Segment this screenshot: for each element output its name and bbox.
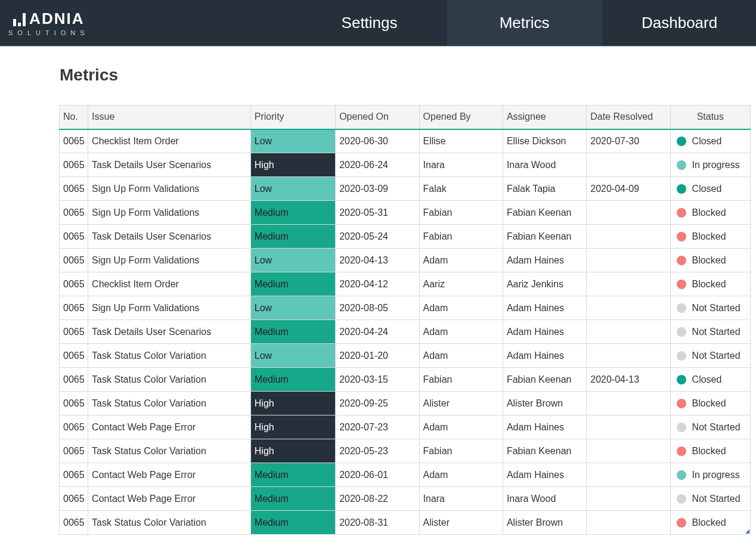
cell-no[interactable]: 0065 [60, 249, 88, 272]
cell-no[interactable]: 0065 [60, 153, 88, 177]
cell-date-resolved[interactable] [587, 511, 670, 535]
cell-status[interactable]: Closed [670, 177, 750, 201]
cell-status[interactable]: Blocked [670, 511, 750, 535]
col-header[interactable]: Issue [88, 106, 251, 129]
cell-assignee[interactable]: Inara Wood [503, 487, 586, 511]
cell-assignee[interactable]: Fabian Keenan [503, 201, 586, 225]
cell-priority[interactable]: Low [250, 177, 335, 201]
nav-tab-dashboard[interactable]: Dashboard [602, 0, 756, 46]
cell-date-resolved[interactable] [587, 320, 670, 344]
table-row[interactable]: 0065Contact Web Page ErrorMedium2020-06-… [60, 463, 751, 487]
cell-priority[interactable]: Low [250, 344, 335, 368]
table-row[interactable]: 0065Sign Up Form ValidationsLow2020-04-1… [60, 249, 751, 272]
cell-no[interactable]: 0065 [60, 272, 88, 296]
cell-status[interactable]: Not Started [670, 487, 750, 511]
cell-opened-by[interactable]: Adam [419, 249, 503, 272]
cell-priority[interactable]: Medium [250, 368, 335, 392]
cell-date-resolved[interactable] [587, 463, 670, 487]
col-header[interactable]: Priority [250, 106, 335, 129]
cell-priority[interactable]: Low [250, 296, 335, 320]
cell-opened-on[interactable]: 2020-09-25 [336, 392, 419, 415]
table-row[interactable]: 0065Task Details User ScenariosHigh2020-… [60, 153, 751, 177]
cell-assignee[interactable]: Fabian Keenan [503, 439, 586, 463]
cell-status[interactable]: Not Started [670, 296, 750, 320]
cell-assignee[interactable]: Adam Haines [503, 249, 586, 272]
cell-priority[interactable]: Medium [250, 272, 335, 296]
cell-issue[interactable]: Task Details User Scenarios [88, 153, 251, 177]
cell-issue[interactable]: Sign Up Form Validations [88, 296, 251, 320]
col-header[interactable]: Opened On [336, 106, 419, 129]
cell-issue[interactable]: Contact Web Page Error [88, 487, 251, 511]
cell-no[interactable]: 0065 [60, 463, 88, 487]
cell-status[interactable]: In progress [670, 153, 750, 177]
cell-issue[interactable]: Checklist Item Order [88, 129, 251, 153]
cell-priority[interactable]: High [250, 439, 335, 463]
cell-assignee[interactable]: Fabian Keenan [503, 368, 586, 392]
cell-opened-on[interactable]: 2020-04-12 [336, 272, 419, 296]
cell-no[interactable]: 0065 [60, 344, 88, 368]
col-header[interactable]: Assignee [503, 106, 586, 129]
table-row[interactable]: 0065Sign Up Form ValidationsLow2020-03-0… [60, 177, 751, 201]
cell-date-resolved[interactable] [587, 487, 670, 511]
cell-issue[interactable]: Task Status Color Variation [88, 368, 251, 392]
cell-status[interactable]: Not Started [670, 320, 750, 344]
cell-assignee[interactable]: Fabian Keenan [503, 225, 586, 249]
cell-status[interactable]: Blocked [670, 392, 750, 415]
cell-opened-on[interactable]: 2020-04-24 [336, 320, 419, 344]
cell-assignee[interactable]: Adam Haines [503, 463, 586, 487]
cell-status[interactable]: Blocked [670, 272, 750, 296]
col-header[interactable]: Opened By [419, 106, 503, 129]
table-row[interactable]: 0065Checklist Item OrderMedium2020-04-12… [60, 272, 751, 296]
cell-opened-on[interactable]: 2020-08-22 [336, 487, 419, 511]
cell-opened-by[interactable]: Inara [419, 153, 503, 177]
cell-issue[interactable]: Task Details User Scenarios [88, 225, 251, 249]
cell-no[interactable]: 0065 [60, 225, 88, 249]
cell-issue[interactable]: Task Status Color Variation [88, 439, 251, 463]
nav-tab-settings[interactable]: Settings [292, 0, 447, 46]
cell-assignee[interactable]: Alister Brown [503, 392, 586, 415]
cell-date-resolved[interactable]: 2020-04-13 [587, 368, 670, 392]
cell-opened-by[interactable]: Adam [419, 296, 503, 320]
table-row[interactable]: 0065Checklist Item OrderLow2020-06-30Ell… [60, 129, 751, 153]
cell-date-resolved[interactable] [587, 225, 670, 249]
cell-opened-on[interactable]: 2020-06-01 [336, 463, 419, 487]
cell-priority[interactable]: Medium [250, 511, 335, 535]
cell-opened-by[interactable]: Fabian [419, 368, 503, 392]
cell-priority[interactable]: Low [250, 129, 335, 153]
nav-tab-metrics[interactable]: Metrics [447, 0, 602, 46]
cell-opened-by[interactable]: Fabian [419, 225, 503, 249]
cell-date-resolved[interactable] [587, 439, 670, 463]
cell-no[interactable]: 0065 [60, 201, 88, 225]
cell-no[interactable]: 0065 [60, 368, 88, 392]
cell-no[interactable]: 0065 [60, 415, 88, 439]
cell-priority[interactable]: Medium [250, 320, 335, 344]
cell-opened-on[interactable]: 2020-01-20 [336, 344, 419, 368]
table-row[interactable]: 0065Task Status Color VariationHigh2020-… [60, 439, 751, 463]
cell-opened-by[interactable]: Adam [419, 415, 503, 439]
col-header[interactable]: No. [60, 106, 88, 129]
cell-no[interactable]: 0065 [60, 320, 88, 344]
cell-date-resolved[interactable]: 2020-07-30 [587, 129, 670, 153]
cell-status[interactable]: Blocked [670, 201, 750, 225]
cell-opened-by[interactable]: Adam [419, 463, 503, 487]
cell-opened-on[interactable]: 2020-08-31 [336, 511, 419, 535]
cell-opened-by[interactable]: Alister [419, 392, 503, 415]
cell-opened-on[interactable]: 2020-05-31 [336, 201, 419, 225]
cell-issue[interactable]: Sign Up Form Validations [88, 177, 251, 201]
cell-date-resolved[interactable] [587, 415, 670, 439]
cell-priority[interactable]: Medium [250, 225, 335, 249]
cell-date-resolved[interactable] [587, 272, 670, 296]
cell-issue[interactable]: Task Status Color Variation [88, 392, 251, 415]
cell-issue[interactable]: Sign Up Form Validations [88, 249, 251, 272]
table-row[interactable]: 0065Task Status Color VariationHigh2020-… [60, 392, 751, 415]
cell-assignee[interactable]: Aariz Jenkins [503, 272, 586, 296]
cell-issue[interactable]: Contact Web Page Error [88, 415, 251, 439]
cell-status[interactable]: Not Started [670, 415, 750, 439]
cell-assignee[interactable]: Adam Haines [503, 344, 586, 368]
cell-assignee[interactable]: Falak Tapia [503, 177, 586, 201]
cell-issue[interactable]: Task Status Color Variation [88, 511, 251, 535]
cell-priority[interactable]: Medium [250, 463, 335, 487]
cell-opened-by[interactable]: Ellise [419, 129, 503, 153]
cell-date-resolved[interactable] [587, 392, 670, 415]
cell-opened-by[interactable]: Fabian [419, 201, 503, 225]
